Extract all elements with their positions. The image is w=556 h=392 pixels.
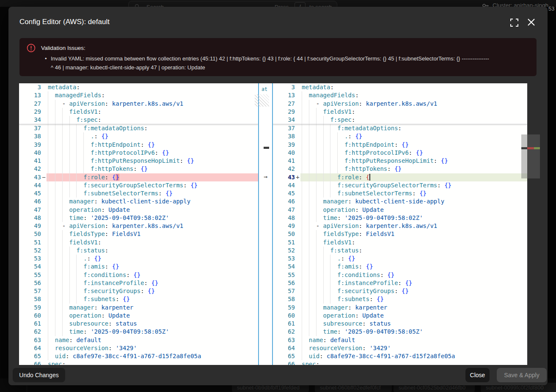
code-line-63[interactable]: 63name: default bbox=[273, 336, 527, 344]
code-line-41[interactable]: 41f:httpPutResponseHopLimit: {} bbox=[19, 157, 258, 165]
code-line-57[interactable]: 57f:securityGroups: {} bbox=[273, 287, 527, 295]
code-line-13[interactable]: 13managedFields: bbox=[19, 91, 258, 99]
diff-sign bbox=[295, 320, 300, 328]
code-line-56[interactable]: 56f:instanceProfile: {} bbox=[19, 279, 258, 287]
close-footer-button[interactable]: Close bbox=[465, 368, 490, 382]
code-line-48[interactable]: 48time: '2025-09-04T09:58:02Z' bbox=[273, 214, 527, 222]
code-line-57[interactable]: 57f:securityGroups: {} bbox=[19, 287, 258, 295]
code-line-65[interactable]: 65uid: c8afe97e-38cc-4f91-a767-d15f2a8fe… bbox=[273, 352, 527, 360]
code-line-53[interactable]: 53.: {} bbox=[273, 255, 527, 263]
code-line-54[interactable]: 54f:amis: {} bbox=[19, 263, 258, 271]
code-line-56[interactable]: 56f:instanceProfile: {} bbox=[273, 279, 527, 287]
fullscreen-button[interactable] bbox=[510, 19, 519, 27]
search-input[interactable]: Search Press / to search bbox=[128, 1, 337, 7]
code-line-40[interactable]: 40f:httpProtocolIPv6: {} bbox=[273, 149, 527, 157]
code-line-27[interactable]: 27- apiVersion: karpenter.k8s.aws/v1 bbox=[19, 100, 258, 108]
code-line-46[interactable]: 46manager: kubectl-client-side-apply bbox=[19, 197, 258, 206]
code-line-60[interactable]: 60operation: Update bbox=[273, 312, 527, 320]
code-line-34[interactable]: 34f:spec: bbox=[19, 116, 258, 124]
code-line-49[interactable]: 49- apiVersion: karpenter.k8s.aws/v1 bbox=[19, 222, 258, 230]
code-line-51[interactable]: 51fieldsV1: bbox=[273, 238, 527, 247]
scrollbar-slider[interactable] bbox=[521, 134, 527, 178]
sticky-scroll-modified[interactable]: 3metadata:13managedFields:27- apiVersion… bbox=[273, 83, 527, 124]
code-line-65[interactable]: 65uid: c8afe97e-38cc-4f91-a767-d15f2a8fe… bbox=[19, 352, 258, 360]
code-line-55[interactable]: 55f:conditions: {} bbox=[273, 271, 527, 279]
code-line-49[interactable]: 49- apiVersion: karpenter.k8s.aws/v1 bbox=[273, 222, 527, 230]
line-number: 51 bbox=[273, 238, 295, 247]
code-line-66[interactable]: 66spec: bbox=[273, 360, 527, 365]
code-token: : bbox=[316, 361, 319, 365]
code-line-42[interactable]: 42f:httpTokens: {} bbox=[19, 165, 258, 173]
code-line-37[interactable]: 37f:metadataOptions: bbox=[273, 124, 527, 132]
code-line-13[interactable]: 13managedFields: bbox=[273, 91, 527, 99]
code-line-51[interactable]: 51fieldsV1: bbox=[19, 238, 258, 247]
code-line-52[interactable]: 52f:status: bbox=[19, 247, 258, 255]
code-line-50[interactable]: 50fieldsType: FieldsV1 bbox=[19, 230, 258, 238]
code-line-58[interactable]: 58f:subnets: {} bbox=[273, 295, 527, 303]
code-line-40[interactable]: 40f:httpProtocolIPv6: {} bbox=[19, 149, 258, 157]
code-line-27[interactable]: 27- apiVersion: karpenter.k8s.aws/v1 bbox=[273, 100, 527, 108]
code-line-47[interactable]: 47operation: Update bbox=[19, 206, 258, 214]
diff-sash[interactable] bbox=[258, 83, 273, 365]
code-line-43[interactable]: 43+f:role: { bbox=[273, 173, 527, 181]
code-line-39[interactable]: 39f:httpEndpoint: {} bbox=[19, 141, 258, 149]
save-apply-button-disabled[interactable]: Save & Apply bbox=[497, 368, 547, 382]
clipped-text-artifact: at bbox=[261, 85, 269, 94]
code-line-60[interactable]: 60operation: Update bbox=[19, 312, 258, 320]
code-line-29[interactable]: 29fieldsV1: bbox=[273, 108, 527, 116]
code-line-41[interactable]: 41f:httpPutResponseHopLimit: {} bbox=[273, 157, 527, 165]
code-line-3[interactable]: 3metadata: bbox=[273, 83, 527, 91]
code-line-48[interactable]: 48time: '2025-09-04T09:58:02Z' bbox=[19, 214, 258, 222]
line-number: 41 bbox=[273, 157, 295, 165]
line-number: 53 bbox=[19, 255, 41, 263]
gutter: 63 bbox=[19, 336, 47, 344]
code-line-44[interactable]: 44f:securityGroupSelectorTerms: {} bbox=[19, 181, 258, 189]
code-line-58[interactable]: 58f:subnets: {} bbox=[19, 295, 258, 303]
code-line-62[interactable]: 62time: '2025-09-04T09:58:05Z' bbox=[19, 328, 258, 336]
code-line-37[interactable]: 37f:metadataOptions: bbox=[19, 124, 258, 132]
code-line-38[interactable]: 38.: {} bbox=[273, 132, 527, 140]
code-line-55[interactable]: 55f:conditions: {} bbox=[19, 271, 258, 279]
cluster-label: Cluster: anirban-singh bbox=[493, 2, 548, 7]
code-line-52[interactable]: 52f:status: bbox=[273, 247, 527, 255]
code-line-61[interactable]: 61subresource: status bbox=[273, 320, 527, 328]
code-line-53[interactable]: 53.: {} bbox=[19, 255, 258, 263]
code-line-45[interactable]: 45f:subnetSelectorTerms: {} bbox=[19, 189, 258, 197]
undo-changes-button[interactable]: Undo Changes bbox=[13, 368, 65, 382]
code-line-38[interactable]: 38.: {} bbox=[19, 132, 258, 140]
close-button[interactable] bbox=[527, 18, 536, 27]
code-token: operation bbox=[69, 312, 102, 319]
code-token: f:spec bbox=[76, 116, 98, 123]
code-line-29[interactable]: 29fieldsV1: bbox=[19, 108, 258, 116]
code-line-54[interactable]: 54f:amis: {} bbox=[273, 263, 527, 271]
revert-change-arrow-icon[interactable]: → bbox=[258, 173, 273, 181]
code-line-42[interactable]: 42f:httpTokens: {} bbox=[273, 165, 527, 173]
code-line-45[interactable]: 45f:subnetSelectorTerms: {} bbox=[273, 189, 527, 197]
code-line-3[interactable]: 3metadata: bbox=[19, 83, 258, 91]
code-line-64[interactable]: 64resourceVersion: '3429' bbox=[273, 344, 527, 352]
code-line-47[interactable]: 47operation: Update bbox=[273, 206, 527, 214]
code-line-64[interactable]: 64resourceVersion: '3429' bbox=[19, 344, 258, 352]
code-line-59[interactable]: 59manager: karpenter bbox=[273, 304, 527, 312]
code-line-39[interactable]: 39f:httpEndpoint: {} bbox=[273, 141, 527, 149]
code-line-59[interactable]: 59manager: karpenter bbox=[19, 304, 258, 312]
code-line-50[interactable]: 50fieldsType: FieldsV1 bbox=[273, 230, 527, 238]
yaml-diff-editor: 3metadata:13managedFields:27- apiVersion… bbox=[19, 83, 527, 365]
code-line-43[interactable]: 43−f:role: {} bbox=[19, 173, 258, 181]
line-number: 59 bbox=[273, 304, 295, 312]
diff-sign: + bbox=[295, 173, 300, 181]
diff-sign bbox=[295, 124, 300, 132]
code-line-46[interactable]: 46manager: kubectl-client-side-apply bbox=[273, 197, 527, 206]
code-token: time bbox=[323, 214, 338, 221]
line-number: 37 bbox=[19, 124, 41, 132]
code-line-63[interactable]: 63name: default bbox=[19, 336, 258, 344]
sticky-scroll-original[interactable]: 3metadata:13managedFields:27- apiVersion… bbox=[19, 83, 258, 124]
code-line-66[interactable]: 66spec: bbox=[19, 360, 258, 365]
gutter: 48 bbox=[273, 214, 300, 222]
cluster-selector[interactable]: Cluster: anirban-singh bbox=[482, 2, 548, 7]
code-line-61[interactable]: 61subresource: status bbox=[19, 320, 258, 328]
code-line-62[interactable]: 62time: '2025-09-04T09:58:05Z' bbox=[273, 328, 527, 336]
code-content: f:subnets: {} bbox=[300, 295, 527, 303]
code-line-44[interactable]: 44f:securityGroupSelectorTerms: {} bbox=[273, 181, 527, 189]
code-line-34[interactable]: 34f:spec: bbox=[273, 116, 527, 124]
